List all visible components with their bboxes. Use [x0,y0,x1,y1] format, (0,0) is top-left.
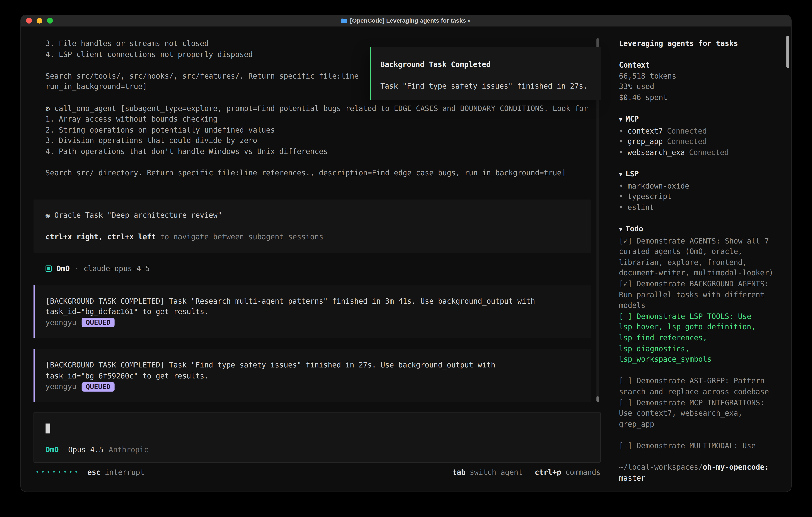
tab-key-label: switch agent [470,467,523,478]
oracle-task-panel: ◉ Oracle Task "Deep architecture review"… [34,199,591,253]
input-agent-name: OmO [46,445,59,456]
prompt-input[interactable]: OmO Opus 4.5 Anthropic [34,412,601,463]
ctrlp-key-label: commands [566,467,601,478]
tab-key-hint: tab [452,467,466,478]
shortcut-keys: ctrl+x right, ctrl+x left [46,232,156,241]
message-text: [BACKGROUND TASK COMPLETED] Task "Resear… [46,296,581,306]
todo-item-pending: [ ] Demonstrate MCP INTEGRATIONS: Use co… [619,397,780,430]
scrollback-line: 3. Division operations that could divide… [34,135,611,146]
minimize-button[interactable] [36,18,42,24]
scrollback-line: 2. String operations on potentially unde… [34,125,611,135]
scrollback-line: Search src/ directory. Return specific f… [34,167,611,178]
status-badge: QUEUED [82,318,115,327]
tool-call-text: call_omo_agent [subagent_type=explore, p… [54,104,588,112]
tool-call-line: ⚙ call_omo_agent [subagent_type=explore,… [34,103,611,114]
fisheye-icon: ◉ [46,211,50,219]
todo-item-active: [ ] Demonstrate LSP TOOLS: Use lsp_hover… [619,311,780,365]
lsp-item: •typescript [619,191,780,202]
status-bar: •••••••• esc interrupt tab switch agent … [34,467,601,478]
message-block: [BACKGROUND TASK COMPLETED] Task "Find t… [34,349,591,402]
mcp-item: •websearch_exaConnected [619,147,780,158]
scrollbar-thumb[interactable] [597,396,599,402]
context-used: 33% used [619,81,780,92]
background-task-toast: Background Task Completed Task "Find typ… [370,47,601,100]
session-title: Leveraging agents for tasks [619,38,780,49]
bullet-icon: • [619,203,624,212]
bullet-icon: • [619,182,624,190]
window-title-text: [OpenCode] Leveraging agents for tasks ◐ [350,15,471,26]
toast-body: Task "Find type safety issues" finished … [380,81,601,91]
todo-item-done: [✓] Demonstrate BACKGROUND AGENTS: Run p… [619,278,780,311]
oracle-task-title: ◉ Oracle Task "Deep architecture review" [46,210,591,220]
bullet-icon: • [619,127,624,135]
session-sidebar: Leveraging agents for tasks Context 66,5… [611,27,791,492]
titlebar[interactable]: [OpenCode] Leveraging agents for tasks ◐ [21,15,791,27]
window-title: [OpenCode] Leveraging agents for tasks ◐ [21,15,791,26]
workspace-branch: master [619,472,780,483]
input-model-name: Opus 4.5 [68,445,104,456]
status-badge: QUEUED [82,382,115,391]
context-heading: Context [619,60,780,71]
oracle-hint: ctrl+x right, ctrl+x left to navigate be… [46,231,591,242]
traffic-lights [21,18,53,24]
workspace-path: ~/local-workspaces/oh-my-opencode: [619,462,780,472]
todo-item-pending: [ ] Demonstrate AST-GREP: Pattern search… [619,376,780,397]
hint-text: to navigate between subagent sessions [156,232,323,241]
toast-title: Background Task Completed [380,59,601,70]
agent-model: claude-opus-4-5 [84,263,150,274]
zoom-button[interactable] [47,18,53,24]
context-spent: $0.46 spent [619,92,780,103]
folder-icon [341,18,347,24]
esc-key-hint: esc [87,467,100,478]
screen: [OpenCode] Leveraging agents for tasks ◐… [0,0,812,517]
lsp-item: •markdown-oxide [619,181,780,191]
todo-item-done: [✓] Demonstrate AGENTS: Show all 7 curat… [619,236,780,279]
sidebar-scrollbar[interactable] [786,35,789,68]
input-provider-name: Anthropic [109,445,148,456]
terminal-window: [OpenCode] Leveraging agents for tasks ◐… [21,15,791,492]
todo-section-heading[interactable]: ▼Todo [619,223,780,235]
checkbox-empty-icon: [ ] [619,398,632,407]
scrollback-line: 1. Array access without bounds checking [34,114,611,125]
agent-header: OmO · claude-opus-4-5 [34,263,611,274]
todo-item-pending: [ ] Demonstrate MULTIMODAL: Use [619,440,780,451]
agent-name: OmO [57,263,70,274]
bullet-icon: • [619,148,624,157]
esc-key-label: interrupt [105,467,144,478]
message-author: yeongyu [46,317,77,328]
checkbox-checked-icon: [✓] [619,237,632,245]
agent-square-icon [46,266,52,272]
bullet-icon: • [619,192,624,201]
lsp-section-heading[interactable]: ▼LSP [619,169,780,181]
message-text: [BACKGROUND TASK COMPLETED] Task "Find t… [46,360,581,371]
message-text: task_id="bg_dcfac161" to get results. [46,306,581,317]
ctrlp-key-hint: ctrl+p [535,467,561,478]
conversation-pane[interactable]: 3. File handles or streams not closed 4.… [21,27,611,492]
text-cursor [46,424,50,434]
separator-dot: · [75,263,79,274]
checkbox-empty-icon: [ ] [619,377,632,385]
message-text: task_id="bg_6f59260c" to get results. [46,371,581,381]
mcp-item: •context7Connected [619,126,780,136]
chevron-down-icon: ▼ [619,171,622,178]
gear-icon: ⚙ [46,104,50,112]
checkbox-empty-icon: [ ] [619,312,632,320]
lsp-item: •eslint [619,202,780,213]
context-tokens: 66,518 tokens [619,71,780,81]
mcp-item: •grep_appConnected [619,136,780,147]
scrollback-line: 4. Path operations that don't handle Win… [34,146,611,157]
message-block: [BACKGROUND TASK COMPLETED] Task "Resear… [34,285,591,338]
chevron-down-icon: ▼ [619,226,622,233]
spinner-dots: •••••••• [35,467,80,478]
mcp-section-heading[interactable]: ▼MCP [619,114,780,126]
message-author: yeongyu [46,381,77,392]
input-meta: OmO Opus 4.5 Anthropic [46,445,590,456]
close-button[interactable] [26,18,32,24]
chevron-down-icon: ▼ [619,116,622,123]
bullet-icon: • [619,137,624,146]
checkbox-checked-icon: [✓] [619,279,632,288]
checkbox-empty-icon: [ ] [619,441,632,450]
